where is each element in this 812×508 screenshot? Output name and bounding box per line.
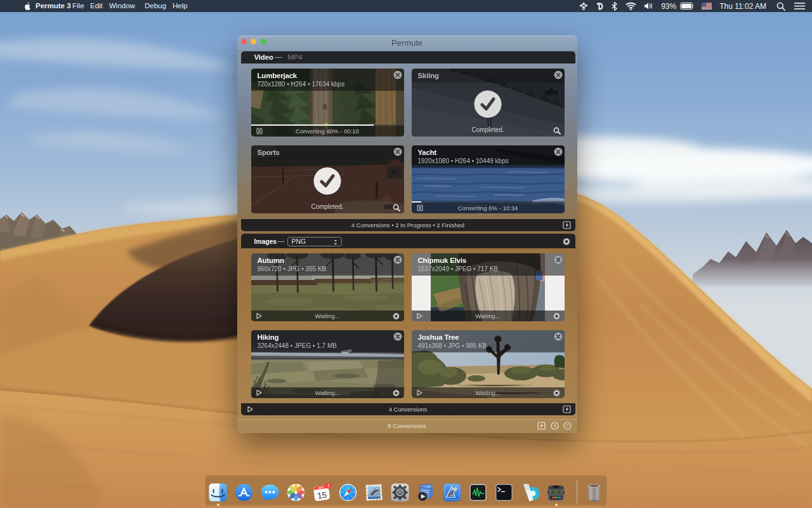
svg-text:?: ?	[566, 423, 569, 429]
svg-text:15: 15	[317, 490, 327, 500]
svg-text:1: 1	[327, 483, 330, 488]
